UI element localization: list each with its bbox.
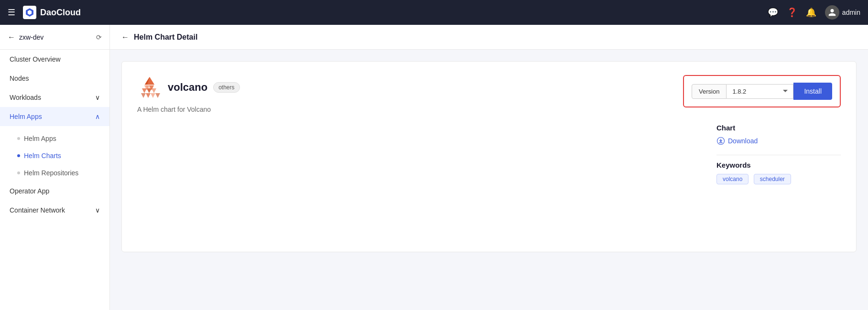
sidebar-header: ← zxw-dev ⟳ — [0, 25, 109, 50]
refresh-icon[interactable]: ⟳ — [96, 33, 102, 41]
top-header: ☰ DaoCloud 💬 ❓ 🔔 admin — [0, 0, 868, 25]
chevron-down-icon: ∨ — [95, 94, 100, 101]
page-header: ← Helm Chart Detail — [110, 25, 868, 50]
svg-marker-12 — [155, 93, 160, 98]
sidebar-sub-label: Helm Repositories — [24, 169, 78, 177]
dot-icon — [17, 171, 20, 174]
sidebar-item-nodes[interactable]: Nodes — [0, 69, 109, 88]
dot-icon — [17, 137, 20, 140]
daocloud-logo-svg — [25, 8, 34, 17]
sidebar-item-label: Workloads — [10, 94, 41, 101]
sidebar: ← zxw-dev ⟳ Cluster Overview Nodes Workl… — [0, 25, 110, 310]
install-button[interactable]: Install — [793, 83, 832, 100]
hamburger-icon[interactable]: ☰ — [8, 7, 15, 18]
help-icon[interactable]: ❓ — [787, 7, 797, 18]
sidebar-item-helm-charts[interactable]: Helm Charts — [0, 147, 109, 164]
main-content: ← Helm Chart Detail — [110, 25, 868, 310]
chart-section-title: Chart — [716, 124, 841, 132]
sidebar-item-container-network[interactable]: Container Network ∨ — [0, 201, 109, 220]
download-link[interactable]: Download — [716, 137, 841, 145]
user-menu[interactable]: admin — [825, 5, 860, 20]
sidebar-item-operator-app[interactable]: Operator App — [0, 182, 109, 201]
page-title: Helm Chart Detail — [134, 33, 197, 42]
sidebar-sub-label: Helm Apps — [24, 135, 56, 142]
chart-name: volcano — [168, 81, 207, 94]
svg-marker-3 — [142, 88, 147, 93]
sidebar-item-label: Helm Apps — [10, 113, 42, 120]
right-panel: Chart Download Keywords — [716, 124, 841, 187]
notification-icon[interactable]: 🔔 — [806, 7, 816, 18]
sidebar-item-label: Cluster Overview — [10, 55, 61, 63]
keywords-section-title: Keywords — [716, 161, 841, 169]
sidebar-item-helm-apps[interactable]: Helm Apps ∧ — [0, 107, 109, 126]
chart-logo — [137, 75, 162, 100]
sidebar-item-label: Operator App — [10, 187, 49, 195]
header-right: 💬 ❓ 🔔 admin — [768, 5, 860, 20]
content-area: volcano others A Helm chart for Volcano … — [110, 50, 868, 264]
app-body: ← zxw-dev ⟳ Cluster Overview Nodes Workl… — [0, 25, 868, 310]
version-label: Version — [692, 84, 727, 99]
logo-area: DaoCloud — [23, 6, 81, 19]
logo-box — [23, 6, 36, 19]
sidebar-item-cluster-overview[interactable]: Cluster Overview — [0, 50, 109, 69]
detail-card: volcano others A Helm chart for Volcano … — [121, 61, 857, 252]
sidebar-item-label: Nodes — [10, 75, 29, 82]
sidebar-sub-label: Helm Charts — [24, 152, 61, 160]
svg-marker-5 — [152, 88, 156, 93]
version-select[interactable]: 1.8.2 1.8.1 1.8.0 — [727, 84, 793, 99]
sidebar-item-helm-repositories[interactable]: Helm Repositories — [0, 164, 109, 182]
download-icon — [716, 137, 725, 145]
sidebar-back-button[interactable]: ← — [8, 33, 15, 42]
sidebar-item-label: Container Network — [10, 206, 65, 214]
avatar — [825, 5, 839, 20]
svg-marker-10 — [146, 93, 151, 98]
message-icon[interactable]: 💬 — [768, 7, 778, 18]
svg-marker-9 — [141, 93, 146, 98]
sidebar-item-workloads[interactable]: Workloads ∨ — [0, 88, 109, 107]
keyword-scheduler: scheduler — [754, 174, 791, 184]
version-install-box: Version 1.8.2 1.8.1 1.8.0 Install — [683, 75, 841, 107]
user-name: admin — [842, 9, 860, 16]
svg-marker-11 — [151, 93, 155, 98]
page-back-button[interactable]: ← — [121, 33, 129, 42]
panel-divider — [716, 155, 841, 155]
sidebar-helm-apps-sub: Helm Apps Helm Charts Helm Repositories — [0, 126, 109, 182]
keywords-section: Keywords volcano scheduler — [716, 161, 841, 187]
dot-active-icon — [17, 154, 20, 157]
logo-text: DaoCloud — [40, 8, 81, 18]
header-left: ☰ DaoCloud — [8, 6, 81, 19]
download-label: Download — [728, 137, 758, 145]
cluster-name: zxw-dev — [19, 33, 43, 41]
chart-tag: others — [213, 82, 239, 93]
chevron-down-icon: ∨ — [95, 206, 100, 214]
volcano-logo-svg — [137, 75, 162, 100]
keyword-volcano: volcano — [716, 174, 749, 184]
chevron-up-icon: ∧ — [95, 113, 100, 120]
chart-section: Chart Download — [716, 124, 841, 145]
sidebar-item-helm-apps-sub[interactable]: Helm Apps — [0, 130, 109, 147]
